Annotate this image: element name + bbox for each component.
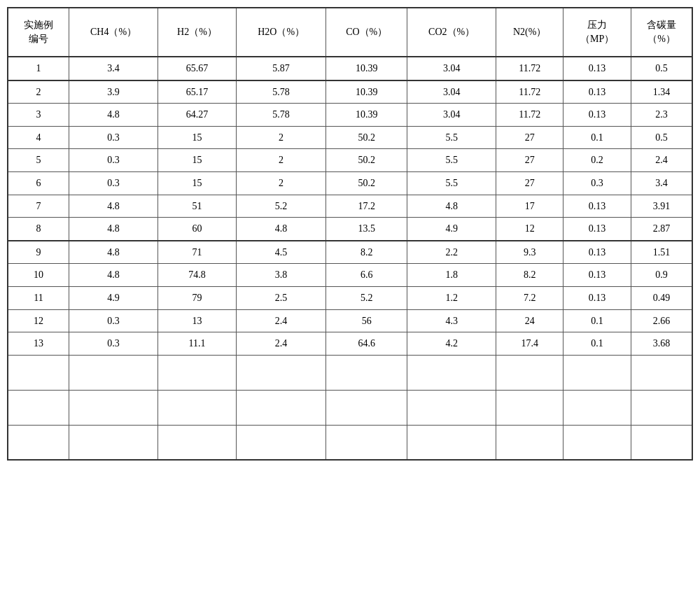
cell-co: 50.2 (326, 126, 407, 149)
cell-co: 6.6 (326, 264, 407, 287)
table-row: 13.465.675.8710.393.0411.720.130.5 (8, 57, 692, 80)
cell-h2o: 3.8 (236, 264, 326, 287)
cell-co: 64.6 (326, 332, 407, 356)
cell-id: 9 (8, 241, 69, 264)
cell-h2o: 5.2 (236, 195, 326, 218)
cell-id: 13 (8, 332, 69, 356)
cell-pressure: 0.13 (564, 241, 631, 264)
empty-cell (407, 390, 496, 425)
empty-cell (326, 390, 407, 425)
cell-n2: 11.72 (496, 57, 564, 80)
empty-cell (407, 425, 496, 460)
table-row: 114.9792.55.21.27.20.130.49 (8, 286, 692, 309)
cell-pressure: 0.13 (564, 195, 631, 218)
cell-h2: 60 (158, 218, 237, 241)
empty-cell (631, 355, 692, 390)
cell-carbon: 2.3 (631, 104, 692, 127)
empty-cell (69, 355, 158, 390)
cell-pressure: 0.13 (564, 57, 631, 80)
cell-ch4: 0.3 (69, 309, 158, 332)
table-row: 34.864.275.7810.393.0411.720.132.3 (8, 104, 692, 127)
cell-h2o: 5.78 (236, 104, 326, 127)
cell-ch4: 4.8 (69, 104, 158, 127)
cell-pressure: 0.13 (564, 218, 631, 241)
table-row: 120.3132.4564.3240.12.66 (8, 309, 692, 332)
cell-carbon: 2.66 (631, 309, 692, 332)
cell-co2: 3.04 (407, 80, 496, 104)
cell-id: 4 (8, 126, 69, 149)
cell-carbon: 0.49 (631, 286, 692, 309)
cell-n2: 11.72 (496, 104, 564, 127)
cell-n2: 27 (496, 171, 564, 195)
empty-cell (564, 355, 631, 390)
data-table: 实施例 编号 CH4（%） H2（%） H2O（%） CO（%） CO2（%） (7, 7, 693, 461)
empty-cell (236, 390, 326, 425)
cell-ch4: 4.8 (69, 218, 158, 241)
cell-carbon: 1.51 (631, 241, 692, 264)
header-pressure: 压力 （MP） (564, 8, 631, 57)
cell-carbon: 3.4 (631, 171, 692, 195)
cell-h2: 15 (158, 126, 237, 149)
cell-carbon: 1.34 (631, 80, 692, 104)
header-co: CO（%） (326, 8, 407, 57)
cell-co2: 4.9 (407, 218, 496, 241)
cell-h2o: 2 (236, 126, 326, 149)
cell-id: 6 (8, 171, 69, 195)
cell-ch4: 0.3 (69, 171, 158, 195)
empty-cell (496, 355, 564, 390)
cell-carbon: 2.4 (631, 149, 692, 172)
cell-n2: 12 (496, 218, 564, 241)
cell-carbon: 3.91 (631, 195, 692, 218)
cell-co: 10.39 (326, 57, 407, 80)
cell-n2: 27 (496, 126, 564, 149)
empty-cell (69, 390, 158, 425)
cell-co: 8.2 (326, 241, 407, 264)
cell-h2: 11.1 (158, 332, 237, 356)
empty-cell (631, 425, 692, 460)
cell-n2: 17 (496, 195, 564, 218)
table-body: 13.465.675.8710.393.0411.720.130.523.965… (8, 57, 692, 460)
cell-co: 50.2 (326, 149, 407, 172)
empty-cell (236, 425, 326, 460)
empty-cell (326, 425, 407, 460)
empty-cell (8, 355, 69, 390)
header-n2: N2(%） (496, 8, 564, 57)
empty-cell (158, 355, 237, 390)
cell-h2: 71 (158, 241, 237, 264)
empty-row (8, 425, 692, 460)
cell-h2: 13 (158, 309, 237, 332)
empty-cell (8, 425, 69, 460)
cell-ch4: 0.3 (69, 149, 158, 172)
cell-h2o: 5.78 (236, 80, 326, 104)
cell-pressure: 0.2 (564, 149, 631, 172)
cell-id: 8 (8, 218, 69, 241)
table-row: 23.965.175.7810.393.0411.720.131.34 (8, 80, 692, 104)
header-carbon: 含碳量 （%） (631, 8, 692, 57)
cell-h2: 65.67 (158, 57, 237, 80)
cell-id: 3 (8, 104, 69, 127)
empty-cell (158, 390, 237, 425)
cell-h2o: 2.5 (236, 286, 326, 309)
cell-co: 5.2 (326, 286, 407, 309)
empty-cell (326, 355, 407, 390)
empty-row (8, 355, 692, 390)
header-co2: CO2（%） (407, 8, 496, 57)
cell-id: 1 (8, 57, 69, 80)
cell-n2: 17.4 (496, 332, 564, 356)
cell-n2: 11.72 (496, 80, 564, 104)
cell-h2o: 5.87 (236, 57, 326, 80)
empty-cell (8, 390, 69, 425)
cell-id: 11 (8, 286, 69, 309)
header-h2o: H2O（%） (236, 8, 326, 57)
cell-h2: 15 (158, 149, 237, 172)
cell-ch4: 3.9 (69, 80, 158, 104)
cell-ch4: 4.9 (69, 286, 158, 309)
cell-pressure: 0.1 (564, 126, 631, 149)
cell-n2: 7.2 (496, 286, 564, 309)
cell-h2: 65.17 (158, 80, 237, 104)
cell-carbon: 3.68 (631, 332, 692, 356)
cell-co2: 1.2 (407, 286, 496, 309)
empty-cell (496, 390, 564, 425)
cell-co2: 1.8 (407, 264, 496, 287)
cell-co: 50.2 (326, 171, 407, 195)
